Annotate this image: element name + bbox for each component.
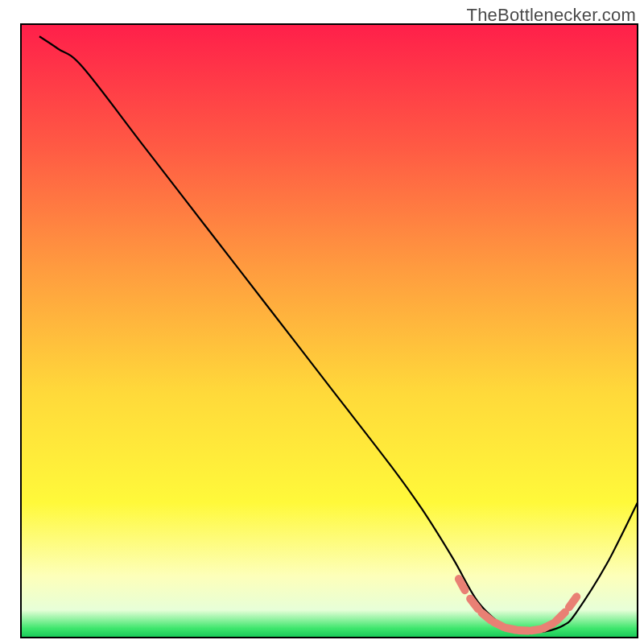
- highlight-bead: [459, 579, 465, 590]
- highlight-bead: [506, 628, 516, 630]
- highlight-bead: [518, 630, 528, 631]
- bottleneck-chart: TheBottlenecker.com: [0, 0, 644, 644]
- plot-area: [21, 24, 638, 638]
- highlight-bead: [494, 622, 504, 627]
- attribution-text: TheBottlenecker.com: [467, 5, 636, 26]
- gradient-background: [21, 24, 638, 638]
- highlight-bead: [543, 624, 553, 629]
- highlight-bead: [531, 630, 541, 631]
- chart-svg: [0, 0, 644, 644]
